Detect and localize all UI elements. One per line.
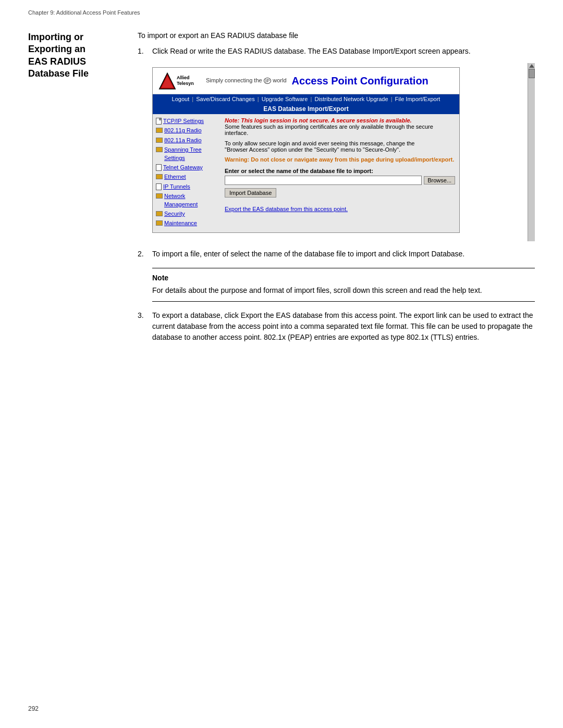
at-content-area: TCP/IP Settings 802.11g Radio <box>153 114 459 232</box>
nav-logout[interactable]: Logout <box>172 96 190 102</box>
section-row: Importing or Exporting an EAS RADIUS Dat… <box>28 31 535 349</box>
security-notice: Note: This login session is not secure. … <box>225 117 455 136</box>
sidebar-link-netmgmt[interactable]: Network Management <box>164 192 217 208</box>
page-number: 292 <box>28 705 39 712</box>
sidebar-item-spanning[interactable]: Spanning Tree Settings <box>156 146 217 163</box>
sidebar-link-security[interactable]: Security <box>164 210 185 218</box>
scroll-up-arrow[interactable] <box>529 64 534 68</box>
step-3-num: 3. <box>138 310 152 343</box>
sidebar-item-tcpip[interactable]: TCP/IP Settings <box>156 117 217 126</box>
step-2: 2. To import a file, enter of select the… <box>138 249 535 260</box>
note-title: Note <box>152 274 535 282</box>
import-database-button[interactable]: Import Database <box>225 188 276 198</box>
main-content: Importing or Exporting an EAS RADIUS Dat… <box>28 31 535 360</box>
doc-icon <box>156 118 162 125</box>
secure-text-1: To only allow secure login and avoid eve… <box>225 140 455 153</box>
svg-text:Telesyn: Telesyn <box>177 81 194 86</box>
step-3: 3. To export a database, click Export th… <box>138 310 535 343</box>
import-db-row: Import Database <box>225 188 455 202</box>
nav-save[interactable]: Save/Discard Changes <box>196 96 255 102</box>
scroll-bar[interactable] <box>528 63 535 241</box>
at-page-section: EAS Database Import/Export <box>153 104 459 114</box>
sidebar-item-80211a[interactable]: 802.11a Radio <box>156 137 217 145</box>
at-logo-svg: Allied Telesyn Simply connecting the <box>158 71 195 91</box>
at-brand-tagline: Simply connecting the IP world <box>206 77 287 84</box>
nav-upgrade[interactable]: Upgrade Software <box>262 96 308 102</box>
sidebar-item-ethernet[interactable]: Ethernet <box>156 173 217 182</box>
browser-box: Allied Telesyn Simply connecting the Sim… <box>152 67 460 233</box>
sidebar-item-telnet[interactable]: Telnet Gateway <box>156 164 217 172</box>
security-notice-normal: Some features such as importing certific… <box>225 124 455 136</box>
chapter-header: Chapter 9: Additional Access Point Featu… <box>28 9 140 16</box>
folder-icon-4 <box>156 174 163 179</box>
at-nav: Logout | Save/Discard Changes | Upgrade … <box>153 94 459 104</box>
nav-file[interactable]: File Import/Export <box>395 96 440 102</box>
sidebar-item-maintenance[interactable]: Maintenance <box>156 219 217 228</box>
sidebar-link-ethernet[interactable]: Ethernet <box>164 173 186 181</box>
at-logo: Allied Telesyn Simply connecting the <box>158 71 195 91</box>
folder-icon-7 <box>156 220 163 226</box>
svg-text:Allied: Allied <box>177 75 190 80</box>
step-3-text: To export a database, click Export the E… <box>152 310 535 343</box>
at-sidebar: TCP/IP Settings 802.11g Radio <box>153 114 221 232</box>
folder-icon-6 <box>156 211 163 216</box>
sidebar-link-80211g[interactable]: 802.11g Radio <box>164 127 202 134</box>
scroll-thumb[interactable] <box>529 69 535 78</box>
intro-text: To import or export an EAS RADIUS databa… <box>138 31 535 40</box>
sidebar-link-spanning[interactable]: Spanning Tree Settings <box>164 146 217 162</box>
step-2-num: 2. <box>138 249 152 260</box>
sidebar-link-iptunnels[interactable]: IP Tunnels <box>163 183 190 191</box>
doc-icon-2 <box>156 164 162 171</box>
section-body: To import or export an EAS RADIUS databa… <box>138 31 535 349</box>
import-row: Browse... <box>225 176 455 185</box>
svg-marker-1 <box>160 74 175 89</box>
browser-wrapper: Allied Telesyn Simply connecting the Sim… <box>152 63 535 241</box>
step-2-text: To import a file, enter of select the na… <box>152 249 535 260</box>
section-title: Importing or Exporting an EAS RADIUS Dat… <box>28 31 138 80</box>
sidebar-link-maintenance[interactable]: Maintenance <box>164 219 197 227</box>
at-header: Allied Telesyn Simply connecting the Sim… <box>153 68 459 94</box>
sidebar-link-tcpip[interactable]: TCP/IP Settings <box>163 117 204 125</box>
note-body: For details about the purpose and format… <box>152 285 535 296</box>
sidebar-link-telnet[interactable]: Telnet Gateway <box>163 164 203 171</box>
sidebar-item-80211g[interactable]: 802.11g Radio <box>156 127 217 135</box>
folder-icon-2 <box>156 138 163 143</box>
export-link[interactable]: Export the EAS database from this access… <box>225 206 348 212</box>
folder-icon <box>156 128 163 133</box>
browse-button[interactable]: Browse... <box>424 176 455 184</box>
at-brand-title: Access Point Configuration <box>292 75 429 87</box>
at-main-content: Note: This login session is not secure. … <box>221 114 459 232</box>
sidebar-item-netmgmt[interactable]: Network Management <box>156 192 217 209</box>
step-1: 1. Click Read or write the EAS RADIUS da… <box>138 46 535 57</box>
sidebar-link-80211a[interactable]: 802.11a Radio <box>164 137 202 144</box>
browser-inner: Allied Telesyn Simply connecting the Sim… <box>152 63 528 241</box>
folder-icon-3 <box>156 147 163 152</box>
sidebar-item-security[interactable]: Security <box>156 210 217 219</box>
step-1-num: 1. <box>138 46 152 57</box>
step-1-text: Click Read or write the EAS RADIUS datab… <box>152 46 535 57</box>
doc-icon-3 <box>156 183 162 190</box>
folder-icon-5 <box>156 193 163 199</box>
note-box: Note For details about the purpose and f… <box>152 268 535 302</box>
security-notice-bold: Note: This login session is not secure. … <box>225 117 455 124</box>
browser-screenshot: Allied Telesyn Simply connecting the Sim… <box>152 63 535 241</box>
import-input[interactable] <box>225 176 422 185</box>
sidebar-item-iptunnels[interactable]: IP Tunnels <box>156 183 217 192</box>
warning-text: Warning: Do not close or navigate away f… <box>225 156 455 164</box>
nav-distributed[interactable]: Distributed Network Upgrade <box>314 96 388 102</box>
import-label: Enter or select the name of the database… <box>225 168 455 174</box>
export-link-container: Export the EAS database from this access… <box>225 206 455 212</box>
